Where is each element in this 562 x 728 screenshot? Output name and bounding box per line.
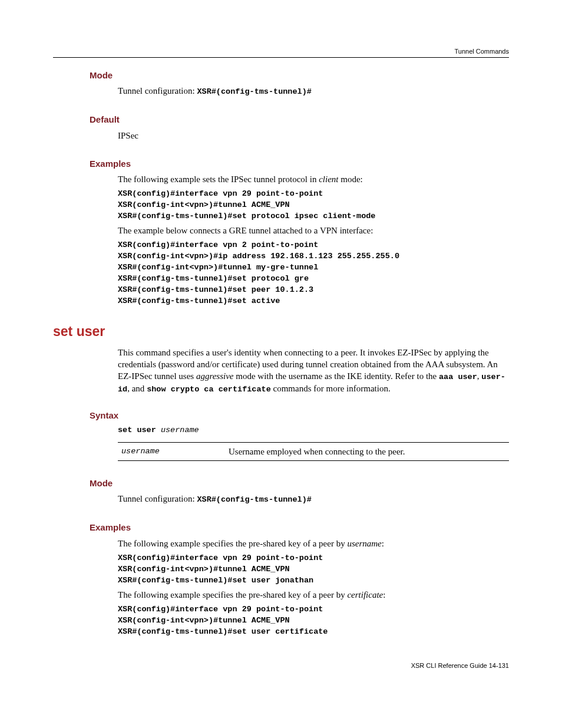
default-text: IPSec [118,130,509,141]
command-title-set-user: set user [53,322,509,341]
text-fragment: commands for more information. [271,384,391,393]
code-block: XSR(config)#interface vpn 2 point-to-poi… [118,240,509,307]
italic-text: client [319,174,338,184]
table-row: username Username employed when connecti… [118,442,509,460]
italic-text: aggressive [196,371,234,381]
footer-text: XSR CLI Reference Guide 14-131 [411,662,509,669]
text-fragment: : [382,539,384,548]
text-fragment: mode: [339,174,363,184]
text-fragment: The following example specifies the pre-… [118,539,347,548]
code-block: XSR(config)#interface vpn 29 point-to-po… [118,604,509,638]
header-right-text: Tunnel Commands [454,48,509,55]
mode-text: Tunnel configuration: XSR#(config-tms-tu… [118,493,509,505]
section-title-examples: Examples [90,158,509,170]
syntax-arg: username [156,426,199,434]
mode-text-prefix: Tunnel configuration: [118,494,197,503]
mode-text-prefix: Tunnel configuration: [118,86,197,95]
mode-text-mono: XSR#(config-tms-tunnel)# [197,495,311,504]
syntax-line: set user username [118,425,509,436]
setuser-description: This command specifies a user's identity… [118,347,509,396]
param-desc-cell: Username employed when connecting to the… [225,442,509,460]
mode-text: Tunnel configuration: XSR#(config-tms-tu… [118,85,509,97]
italic-text: certificate [347,590,383,599]
page-content: Tunnel Commands Mode Tunnel configuratio… [0,0,562,705]
text-fragment: The following example specifies the pre-… [118,590,347,599]
italic-text: username [347,539,381,548]
section-title-syntax: Syntax [90,410,509,421]
section-title-mode: Mode [90,477,509,489]
examples1-intro2: The example below connects a GRE tunnel … [118,225,509,236]
mode-text-mono: XSR#(config-tms-tunnel)# [197,87,311,96]
text-fragment: : [383,590,385,599]
section-title-examples: Examples [90,522,509,533]
examples2-intro2: The following example specifies the pre-… [118,589,509,601]
examples2-intro1: The following example specifies the pre-… [118,538,509,549]
param-table: username Username employed when connecti… [118,442,509,461]
section-title-mode: Mode [90,70,509,81]
param-name-cell: username [118,442,225,460]
text-fragment: , and [127,384,147,393]
text-fragment: mode with the username as the IKE identi… [234,371,439,381]
examples1-intro1: The following example sets the IPSec tun… [118,173,509,185]
code-block: XSR(config)#interface vpn 29 point-to-po… [118,189,509,222]
syntax-cmd: set user [118,426,156,434]
text-fragment: The following example sets the IPSec tun… [118,174,319,184]
mono-text: aaa user [439,373,477,381]
page-footer: XSR CLI Reference Guide 14-131 [53,661,509,670]
code-block: XSR(config)#interface vpn 29 point-to-po… [118,553,509,587]
section-title-default: Default [90,114,509,126]
page-header: Tunnel Commands [53,47,509,58]
mono-text: show crypto ca certificate [147,385,271,394]
